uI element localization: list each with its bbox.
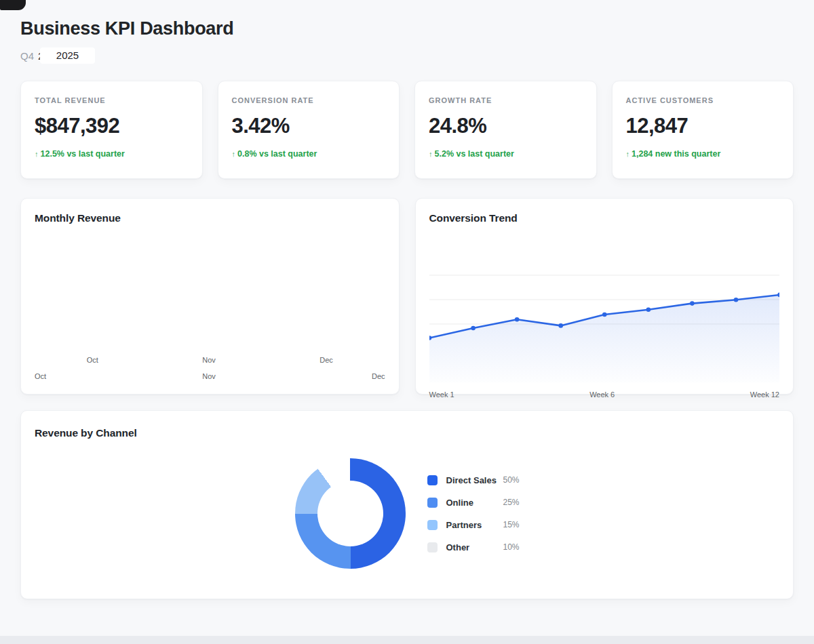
data-point xyxy=(471,326,476,331)
kpi-card-active-customers: ACTIVE CUSTOMERS 12,847 ↑1,284 new this … xyxy=(612,81,794,179)
axis-tick: Oct xyxy=(35,372,46,380)
kpi-delta-text: 12.5% vs last quarter xyxy=(41,149,125,159)
legend-label: Partners xyxy=(446,520,482,530)
kpi-label: ACTIVE CUSTOMERS xyxy=(626,96,780,104)
up-arrow-icon: ↑ xyxy=(35,150,39,158)
conversion-trend-plot xyxy=(429,247,780,382)
conversion-trend-axis-row: Week 1 Week 6 Week 12 xyxy=(429,390,780,399)
up-arrow-icon: ↑ xyxy=(429,150,433,158)
kpi-delta: ↑12.5% vs last quarter xyxy=(35,149,189,159)
kpi-value: 24.8% xyxy=(429,114,583,138)
page-title: Business KPI Dashboard xyxy=(20,18,794,39)
legend-row-direct-sales: Direct Sales 50% xyxy=(427,469,520,491)
period-year-input[interactable] xyxy=(40,47,95,64)
legend-swatch xyxy=(427,520,438,530)
donut-legend: Direct Sales 50% Online 25% Partners 15%… xyxy=(427,469,520,559)
conversion-trend-card: Conversion Trend Week 1 xyxy=(415,198,794,395)
axis-tick: Nov xyxy=(202,356,216,364)
data-point xyxy=(558,323,563,328)
legend-percent: 25% xyxy=(503,498,519,507)
kpi-value: 3.42% xyxy=(232,114,386,138)
kpi-value: 12,847 xyxy=(626,114,780,138)
conversion-trend-svg xyxy=(429,247,780,382)
trend-line-series xyxy=(429,293,780,382)
axis-tick: Week 1 xyxy=(429,390,454,399)
legend-percent: 50% xyxy=(503,475,519,485)
donut-chart xyxy=(295,458,406,569)
donut-and-legend: Direct Sales 50% Online 25% Partners 15%… xyxy=(35,442,779,585)
axis-tick: Dec xyxy=(319,356,333,364)
axis-tick: Nov xyxy=(202,372,216,380)
monthly-revenue-card: Monthly Revenue Oct Nov Dec Oct Nov Dec xyxy=(20,198,400,395)
conversion-trend-title: Conversion Trend xyxy=(429,212,780,224)
kpi-label: GROWTH RATE xyxy=(429,96,583,104)
kpi-card-conversion-rate: CONVERSION RATE 3.42% ↑0.8% vs last quar… xyxy=(218,81,400,179)
kpi-label: TOTAL REVENUE xyxy=(35,96,189,104)
charts-row: Monthly Revenue Oct Nov Dec Oct Nov Dec … xyxy=(20,198,794,395)
axis-tick: Dec xyxy=(372,372,385,380)
up-arrow-icon: ↑ xyxy=(232,150,236,158)
kpi-delta-text: 5.2% vs last quarter xyxy=(435,149,514,159)
monthly-revenue-title: Monthly Revenue xyxy=(35,212,385,224)
data-point xyxy=(646,307,651,312)
legend-percent: 15% xyxy=(503,520,519,529)
legend-swatch xyxy=(427,475,438,485)
period-row: Q4 2 xyxy=(20,47,794,64)
dashboard-page: Business KPI Dashboard Q4 2 TOTAL REVENU… xyxy=(0,0,814,599)
kpi-card-growth-rate: GROWTH RATE 24.8% ↑5.2% vs last quarter xyxy=(414,81,597,179)
legend-row-partners: Partners 15% xyxy=(427,514,520,536)
bottom-edge-strip xyxy=(0,636,814,644)
legend-label: Online xyxy=(446,498,473,508)
kpi-delta-text: 0.8% vs last quarter xyxy=(237,149,317,159)
period-quarter-label: Q4 xyxy=(20,50,34,62)
revenue-by-channel-title: Revenue by Channel xyxy=(35,427,779,439)
legend-swatch xyxy=(427,498,438,508)
legend-row-online: Online 25% xyxy=(427,491,520,514)
kpi-value: $847,392 xyxy=(35,114,189,138)
legend-percent: 10% xyxy=(503,542,519,552)
data-point xyxy=(690,301,695,306)
axis-tick: Week 6 xyxy=(589,390,615,399)
kpi-label: CONVERSION RATE xyxy=(232,96,386,104)
legend-swatch xyxy=(427,542,438,552)
legend-label: Direct Sales xyxy=(446,475,497,485)
data-point xyxy=(514,317,519,322)
kpi-delta-text: 1,284 new this quarter xyxy=(632,149,720,159)
monthly-revenue-plot-empty xyxy=(35,224,385,356)
monthly-revenue-axis-row-1: Oct Nov Dec xyxy=(35,356,385,364)
data-point xyxy=(602,313,606,317)
up-arrow-icon: ↑ xyxy=(626,150,630,158)
revenue-by-channel-card: Revenue by Channel Direct Sales 50% Onli… xyxy=(20,410,794,599)
axis-tick: Week 12 xyxy=(750,390,779,399)
monthly-revenue-axis-row-2: Oct Nov Dec xyxy=(35,372,385,380)
kpi-card-row: TOTAL REVENUE $847,392 ↑12.5% vs last qu… xyxy=(20,81,794,179)
legend-label: Other xyxy=(446,542,470,552)
data-point xyxy=(733,298,738,302)
kpi-delta: ↑5.2% vs last quarter xyxy=(429,149,583,159)
kpi-delta: ↑1,284 new this quarter xyxy=(626,149,780,159)
axis-tick: Oct xyxy=(87,356,98,364)
kpi-delta: ↑0.8% vs last quarter xyxy=(232,149,386,159)
legend-row-other: Other 10% xyxy=(427,536,520,559)
kpi-card-total-revenue: TOTAL REVENUE $847,392 ↑12.5% vs last qu… xyxy=(20,81,203,179)
